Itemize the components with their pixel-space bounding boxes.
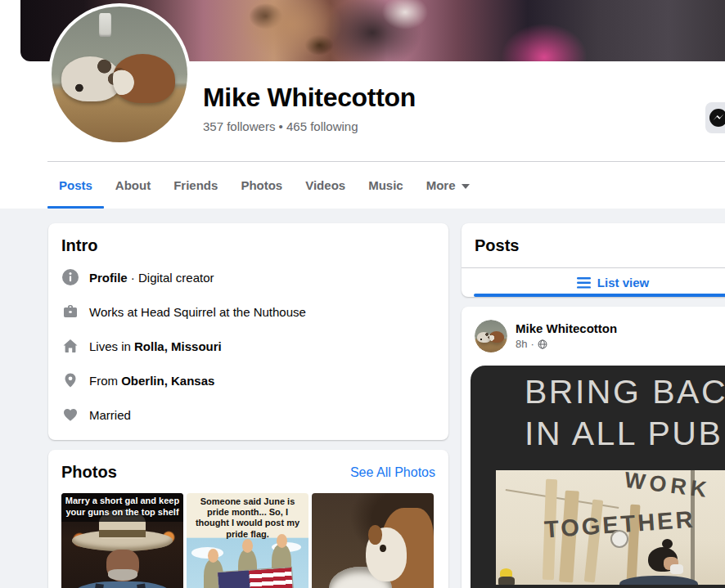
photo-thumbnails: Marry a short gal and keep your guns on … — [61, 493, 435, 588]
page-content: Intro Profile · Digital creator Works at… — [0, 209, 725, 588]
tab-photos[interactable]: Photos — [229, 162, 294, 209]
info-circle-icon — [61, 268, 79, 286]
intro-row-work: Works at Head Squirrel at the Nuthouse — [61, 303, 435, 321]
brown-bulldog — [113, 54, 175, 103]
posts-view-tabs: List view — [462, 267, 725, 297]
photos-card-header: Photos See All Photos — [61, 463, 435, 482]
cowboy-shirt — [71, 581, 173, 588]
left-column: Intro Profile · Digital creator Works at… — [48, 223, 448, 588]
white-bulldog — [61, 56, 121, 101]
tab-friends[interactable]: Friends — [162, 162, 229, 209]
home-icon — [61, 337, 79, 355]
brown-bulldog — [489, 331, 504, 343]
posts-panel: Posts List view — [462, 223, 725, 297]
worker-body — [498, 577, 515, 585]
puppy-eye — [380, 545, 385, 552]
globe-icon — [538, 339, 547, 349]
person-face-mask — [670, 564, 683, 574]
briefcase-icon — [61, 303, 79, 321]
photo-thumb-cowboy-meme[interactable]: Marry a short gal and keep your guns on … — [61, 493, 183, 588]
bulldogs-photo — [52, 7, 187, 142]
person-shirt — [619, 576, 698, 585]
hamburger-icon — [577, 277, 591, 289]
intro-row-text: Works at Head Squirrel at the Nuthouse — [89, 305, 306, 319]
middot: · — [530, 338, 534, 350]
american-flag — [217, 567, 295, 588]
messenger-button[interactable] — [705, 102, 725, 133]
profile-info: Mike Whitecotton 357 followers • 465 fol… — [203, 83, 416, 133]
post-timestamp[interactable]: 8h — [516, 338, 527, 350]
photo-thumb-pride-cartoon[interactable]: Someone said June is pride month... So, … — [187, 493, 308, 588]
intro-row-text: Profile · Digital creator — [89, 271, 214, 285]
tab-music[interactable]: Music — [357, 162, 415, 209]
cowboy-mustache — [108, 569, 137, 581]
intro-row-lives: Lives in Rolla, Missouri — [61, 337, 435, 355]
photo-thumb-bulldog-puppy[interactable] — [312, 493, 434, 588]
heart-icon — [61, 406, 79, 424]
post-author-avatar[interactable] — [475, 320, 507, 352]
tab-videos[interactable]: Videos — [294, 162, 357, 209]
post-image-meme[interactable]: BRING BACK IN ALL PUB WORK TOGETHER — [471, 366, 725, 588]
list-view-tab[interactable]: List view — [474, 268, 725, 297]
profile-tab-bar: Posts About Friends Photos Videos Music … — [47, 161, 725, 209]
intro-row-text: Lives in Rolla, Missouri — [89, 339, 222, 353]
profile-name: Mike Whitecotton — [203, 83, 416, 113]
profile-header: Mike Whitecotton 357 followers • 465 fol… — [0, 0, 725, 209]
tab-posts[interactable]: Posts — [47, 162, 104, 209]
meme-text-line1: BRING BACK — [525, 372, 725, 412]
tab-about[interactable]: About — [104, 162, 162, 209]
tab-more[interactable]: More — [415, 162, 481, 209]
messenger-bolt-icon — [708, 107, 725, 128]
intro-row-text: From Oberlin, Kansas — [89, 374, 214, 388]
post: Mike Whitecotton 8h · BRING BACK IN ALL … — [462, 307, 725, 588]
bulldogs-photo — [475, 320, 507, 352]
meme-caption: Marry a short gal and keep your guns on … — [61, 493, 183, 522]
right-column: Posts List view Mike — [462, 223, 725, 588]
meme-caption: Someone said June is pride month... So, … — [187, 493, 308, 543]
post-meta: 8h · — [516, 338, 617, 350]
intro-row-profile: Profile · Digital creator — [61, 268, 435, 286]
wall-outlet — [99, 13, 111, 36]
post-header: Mike Whitecotton 8h · — [462, 320, 725, 352]
workshop-photo: WORK TOGETHER — [496, 470, 725, 585]
profile-picture[interactable] — [48, 3, 191, 146]
photos-card: Photos See All Photos Marry a short gal … — [48, 450, 448, 588]
photos-title: Photos — [61, 463, 117, 482]
intro-row-from: From Oberlin, Kansas — [61, 371, 435, 389]
location-pin-icon — [61, 371, 79, 389]
post-author-block: Mike Whitecotton 8h · — [516, 320, 617, 352]
posts-panel-title: Posts — [462, 223, 725, 267]
intro-title: Intro — [61, 236, 435, 255]
intro-row-text: Married — [89, 408, 131, 422]
caret-down-icon — [462, 184, 470, 189]
wall-clock — [610, 530, 628, 548]
intro-row-relationship: Married — [61, 406, 435, 424]
meme-text-line2: IN ALL PUB — [525, 414, 725, 454]
intro-card: Intro Profile · Digital creator Works at… — [48, 223, 448, 440]
wall-text-work: WORK — [623, 470, 711, 503]
see-all-photos-link[interactable]: See All Photos — [350, 465, 435, 480]
post-author-name[interactable]: Mike Whitecotton — [516, 320, 617, 335]
follower-stats[interactable]: 357 followers • 465 following — [203, 119, 416, 133]
cowboy-hat-band — [99, 530, 146, 537]
